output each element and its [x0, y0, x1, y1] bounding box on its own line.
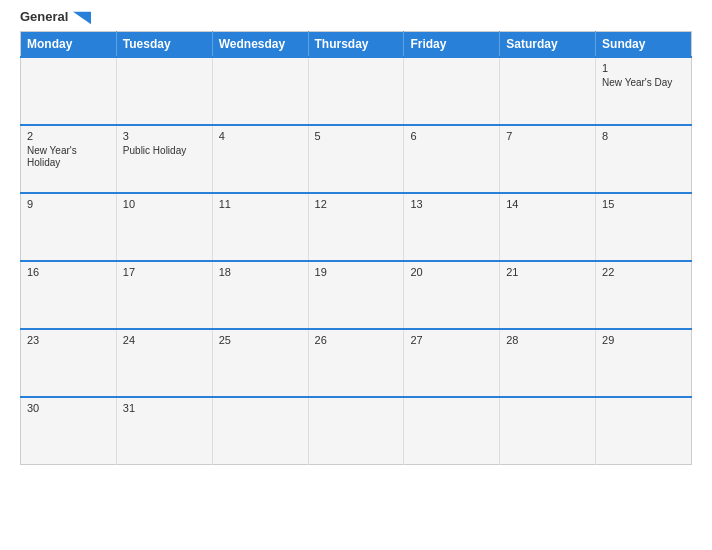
day-number: 15	[602, 198, 685, 210]
week-row-1: 1New Year's Day	[21, 57, 692, 125]
day-number: 6	[410, 130, 493, 142]
calendar-cell: 16	[21, 261, 117, 329]
calendar-cell: 8	[596, 125, 692, 193]
logo-general-text: General	[20, 10, 91, 25]
calendar-cell: 23	[21, 329, 117, 397]
week-row-2: 2New Year's Holiday3Public Holiday45678	[21, 125, 692, 193]
calendar-cell: 26	[308, 329, 404, 397]
day-number: 12	[315, 198, 398, 210]
calendar-cell: 3Public Holiday	[116, 125, 212, 193]
day-number: 9	[27, 198, 110, 210]
calendar-cell: 18	[212, 261, 308, 329]
day-number: 5	[315, 130, 398, 142]
weekday-header-thursday: Thursday	[308, 31, 404, 57]
weekday-header-friday: Friday	[404, 31, 500, 57]
calendar-cell: 7	[500, 125, 596, 193]
day-event: New Year's Holiday	[27, 145, 77, 168]
day-number: 21	[506, 266, 589, 278]
calendar-cell: 20	[404, 261, 500, 329]
calendar-cell: 10	[116, 193, 212, 261]
day-number: 2	[27, 130, 110, 142]
day-number: 30	[27, 402, 110, 414]
day-number: 4	[219, 130, 302, 142]
calendar-cell	[212, 397, 308, 465]
calendar-cell: 5	[308, 125, 404, 193]
day-event: New Year's Day	[602, 77, 672, 88]
calendar-cell	[404, 57, 500, 125]
calendar-cell	[308, 397, 404, 465]
day-number: 1	[602, 62, 685, 74]
week-row-6: 3031	[21, 397, 692, 465]
calendar-cell: 27	[404, 329, 500, 397]
weekday-header-wednesday: Wednesday	[212, 31, 308, 57]
page-header: General	[20, 10, 692, 25]
calendar-cell: 4	[212, 125, 308, 193]
day-number: 7	[506, 130, 589, 142]
day-number: 28	[506, 334, 589, 346]
day-number: 11	[219, 198, 302, 210]
weekday-header-sunday: Sunday	[596, 31, 692, 57]
day-number: 29	[602, 334, 685, 346]
calendar-cell	[404, 397, 500, 465]
day-number: 10	[123, 198, 206, 210]
calendar-cell: 17	[116, 261, 212, 329]
calendar-cell: 6	[404, 125, 500, 193]
calendar-cell	[308, 57, 404, 125]
day-number: 25	[219, 334, 302, 346]
weekday-header-row: MondayTuesdayWednesdayThursdayFridaySatu…	[21, 31, 692, 57]
calendar-cell: 13	[404, 193, 500, 261]
day-number: 24	[123, 334, 206, 346]
calendar-cell	[500, 57, 596, 125]
calendar-cell: 28	[500, 329, 596, 397]
calendar-cell: 29	[596, 329, 692, 397]
calendar-cell: 14	[500, 193, 596, 261]
calendar-cell: 15	[596, 193, 692, 261]
calendar-cell	[21, 57, 117, 125]
calendar-cell: 19	[308, 261, 404, 329]
calendar-cell: 22	[596, 261, 692, 329]
logo: General	[20, 10, 91, 25]
day-number: 14	[506, 198, 589, 210]
calendar-cell: 21	[500, 261, 596, 329]
calendar-cell: 11	[212, 193, 308, 261]
calendar-cell: 12	[308, 193, 404, 261]
day-number: 27	[410, 334, 493, 346]
calendar-cell	[596, 397, 692, 465]
day-number: 18	[219, 266, 302, 278]
day-number: 23	[27, 334, 110, 346]
weekday-header-saturday: Saturday	[500, 31, 596, 57]
calendar-cell	[116, 57, 212, 125]
svg-marker-0	[73, 11, 91, 24]
day-number: 16	[27, 266, 110, 278]
day-number: 13	[410, 198, 493, 210]
calendar-cell: 24	[116, 329, 212, 397]
weekday-header-tuesday: Tuesday	[116, 31, 212, 57]
calendar-table: MondayTuesdayWednesdayThursdayFridaySatu…	[20, 31, 692, 466]
week-row-3: 9101112131415	[21, 193, 692, 261]
day-number: 26	[315, 334, 398, 346]
day-number: 8	[602, 130, 685, 142]
day-number: 22	[602, 266, 685, 278]
day-number: 20	[410, 266, 493, 278]
week-row-5: 23242526272829	[21, 329, 692, 397]
day-number: 19	[315, 266, 398, 278]
calendar-cell: 31	[116, 397, 212, 465]
calendar-cell: 1New Year's Day	[596, 57, 692, 125]
day-number: 31	[123, 402, 206, 414]
calendar-cell: 2New Year's Holiday	[21, 125, 117, 193]
calendar-cell	[500, 397, 596, 465]
day-number: 3	[123, 130, 206, 142]
week-row-4: 16171819202122	[21, 261, 692, 329]
calendar-cell	[212, 57, 308, 125]
calendar-cell: 30	[21, 397, 117, 465]
weekday-header-monday: Monday	[21, 31, 117, 57]
day-event: Public Holiday	[123, 145, 186, 156]
day-number: 17	[123, 266, 206, 278]
calendar-cell: 25	[212, 329, 308, 397]
calendar-cell: 9	[21, 193, 117, 261]
